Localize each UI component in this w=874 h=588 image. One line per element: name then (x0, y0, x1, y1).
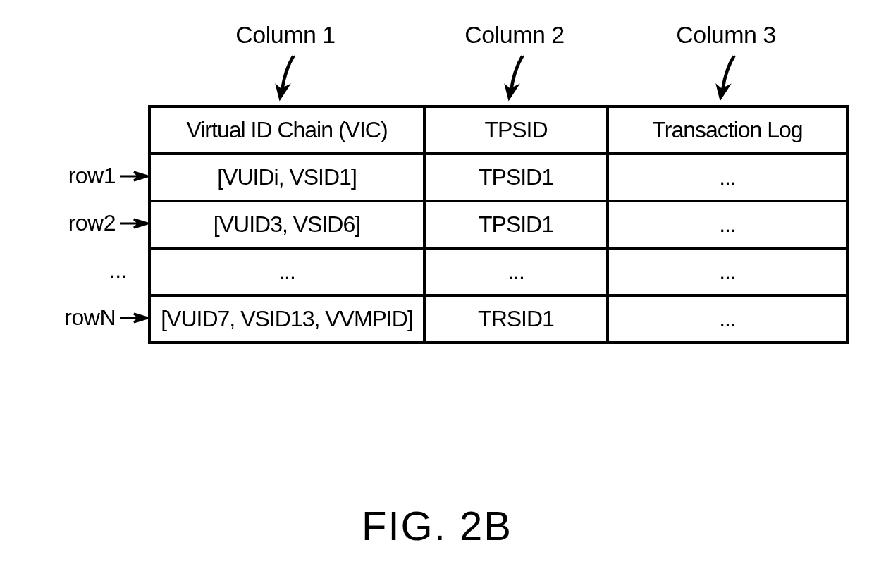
column-labels-row: Column 1 Column 2 Column 3 (148, 21, 874, 105)
arrow-down-icon (268, 54, 303, 102)
column-label-text: Column 1 (235, 21, 336, 49)
arrow-right-icon (120, 216, 148, 231)
table-cell: ... (608, 295, 847, 343)
row-label-ellipsis: ... (70, 247, 148, 294)
table-row: [VUID7, VSID13, VVMPID] TRSID1 ... (149, 295, 847, 343)
table-cell: [VUID3, VSID6] (149, 201, 424, 248)
table-cell: [VUIDi, VSID1] (149, 154, 424, 201)
column-label-1: Column 1 (148, 21, 423, 105)
table-cell: ... (608, 154, 847, 201)
table-row: ... ... ... (149, 248, 847, 295)
row-label-n: rowN (70, 294, 148, 341)
arrow-down-icon (497, 54, 532, 102)
row-label-text: row1 (68, 163, 116, 189)
table-row: [VUIDi, VSID1] TPSID1 ... (149, 154, 847, 201)
arrow-right-icon (120, 169, 148, 183)
table-cell: TPSID1 (424, 154, 608, 201)
data-table: Virtual ID Chain (VIC) TPSID Transaction… (148, 105, 849, 344)
table-header-row: Virtual ID Chain (VIC) TPSID Transaction… (149, 106, 847, 154)
table-cell: TRSID1 (424, 295, 608, 343)
table-cell: ... (608, 201, 847, 248)
table-cell: ... (608, 248, 847, 295)
table-header-cell: Virtual ID Chain (VIC) (149, 106, 424, 154)
row-label-1: row1 (70, 152, 148, 200)
table-cell: TPSID1 (424, 201, 608, 248)
row-label-text: ... (109, 257, 127, 283)
column-label-3: Column 3 (606, 21, 846, 105)
row-labels-column: row1 row2 ... rowN (70, 105, 148, 341)
table-header-cell: Transaction Log (608, 106, 847, 154)
row-label-text: row2 (68, 210, 116, 236)
row-label-text: rowN (64, 305, 116, 331)
figure-caption: FIG. 2B (0, 502, 874, 549)
table-row: [VUID3, VSID6] TPSID1 ... (149, 201, 847, 248)
table-cell: ... (149, 248, 424, 295)
row-label-2: row2 (70, 200, 148, 247)
table-cell: ... (424, 248, 608, 295)
column-label-2: Column 2 (423, 21, 606, 105)
arrow-right-icon (120, 311, 148, 325)
arrow-down-icon (708, 54, 744, 102)
column-label-text: Column 2 (464, 21, 565, 49)
table-header-cell: TPSID (424, 106, 608, 154)
table-cell: [VUID7, VSID13, VVMPID] (149, 295, 424, 343)
column-label-text: Column 3 (676, 21, 776, 49)
